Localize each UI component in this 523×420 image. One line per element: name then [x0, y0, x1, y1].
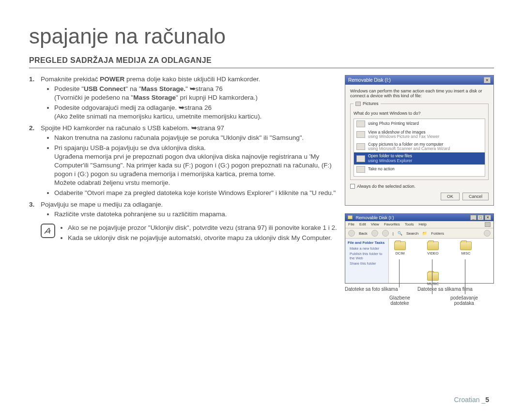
dialog-question: What do you want Windows to do? [354, 111, 485, 116]
callouts: Datoteke sa foto slikama Datoteke sa sli… [345, 284, 494, 317]
views-icon[interactable] [484, 230, 491, 237]
folders-label[interactable]: Folders [431, 231, 444, 236]
callout-misc-1: podešavanje [450, 295, 478, 300]
dialog-title: Removable Disk (I:) [348, 77, 391, 83]
maximize-icon[interactable]: □ [477, 215, 484, 220]
note-2: Kada se uklonjiv disk ne pojavljuje auto… [68, 234, 337, 242]
callout-music-2: datoteke [390, 300, 409, 306]
checkbox-icon[interactable] [350, 184, 355, 189]
autoplay-dialog: Removable Disk (I:) ✕ Windows can perfor… [345, 75, 494, 206]
close-icon[interactable]: ✕ [484, 77, 491, 83]
step-1: 1. Pomaknite prekidač POWER prema dolje … [29, 75, 339, 121]
ok-button[interactable]: OK [441, 193, 460, 200]
note-icon [41, 224, 55, 238]
section-heading: PREGLED SADRŽAJA MEDIJA ZA ODLAGANJE [29, 56, 494, 68]
forward-icon[interactable] [371, 230, 378, 237]
camera-icon [356, 143, 365, 150]
page-footer: Croatian _5 [454, 396, 489, 404]
back-label: Back [359, 231, 368, 236]
folder-icon [427, 241, 439, 250]
folder-view[interactable]: DCIM VIDEO MISC MUSIC [389, 239, 493, 283]
menu-edit[interactable]: Edit [359, 222, 366, 227]
step-2-bullet-2: Pri spajanju USB-a pojavljuju se dva ukl… [54, 144, 339, 188]
step-2: 2. Spojite HD kamkorder na računalo s US… [29, 124, 339, 197]
slideshow-icon [356, 131, 365, 138]
menu-favorites[interactable]: Favorites [384, 222, 400, 227]
checkbox-label: Always do the selected action. [357, 184, 415, 189]
step-2-bullet-3: Odaberite "Otvori mape za pregled datote… [54, 189, 339, 197]
always-checkbox-row[interactable]: Always do the selected action. [350, 184, 489, 189]
note-1: Ako se ne pojavljuje prozor "Uklonjiv di… [68, 224, 337, 232]
step-number: 2. [29, 124, 34, 133]
task-share[interactable]: Share this folder [350, 261, 386, 266]
task-publish[interactable]: Publish this folder to the Web [350, 252, 386, 260]
folder-icon [460, 241, 472, 250]
callout-misc-2: podataka [454, 300, 474, 306]
step-1-bullet-1: Podesite "USB Connect" na "Mass Storage.… [54, 85, 339, 102]
drive-icon [348, 215, 353, 219]
folder-video[interactable]: VIDEO [425, 241, 441, 255]
tasks-heading: File and Folder Tasks [348, 240, 386, 245]
step-number: 3. [29, 200, 34, 209]
callout-film: Datoteke sa slikama filma [417, 286, 473, 292]
tasks-pane: File and Folder Tasks Make a new folder … [345, 239, 389, 283]
option-open-folder[interactable]: Open folder to view filesusing Windows E… [354, 152, 485, 165]
pictures-icon [355, 102, 361, 106]
search-label[interactable]: Search [406, 231, 418, 236]
step-number: 1. [29, 75, 34, 84]
note-block: Ako se ne pojavljuje prozor "Uklonjiv di… [29, 223, 339, 243]
page-title: spajanje na računalo [29, 24, 494, 48]
task-new-folder[interactable]: Make a new folder [350, 246, 386, 251]
menu-tools[interactable]: Tools [405, 222, 414, 227]
cancel-button[interactable]: Cancel [462, 193, 489, 200]
step-2-bullet-1: Nakon trenutna na zaslonu računala pojav… [54, 134, 339, 142]
cancel-icon [356, 166, 365, 173]
menu-help[interactable]: Help [418, 222, 426, 227]
back-icon[interactable] [348, 230, 355, 237]
option-photo-wizard[interactable]: using Photo Printing Wizard [354, 119, 485, 129]
callout-music-1: Glazbene [389, 295, 410, 300]
folder-icon [427, 272, 439, 281]
windows-flag-icon [485, 222, 491, 227]
callout-photo: Datoteke sa foto slikama [345, 286, 398, 292]
folder-misc[interactable]: MISC [458, 241, 474, 255]
step-3-bullet-1: Različite vrste datoteka pohranjene su u… [54, 210, 339, 219]
dialog-prompt: Windows can perform the same action each… [350, 89, 489, 98]
instructions-column: 1. Pomaknite prekidač POWER prema dolje … [29, 75, 339, 317]
menu-bar[interactable]: File Edit View Favorites Tools Help [345, 221, 493, 228]
up-icon[interactable] [382, 230, 389, 237]
toolbar[interactable]: Back | 🔍Search 📁Folders [345, 228, 493, 239]
step-1-bullet-2: Podesite odgovarajući medij za odlaganje… [54, 104, 339, 121]
option-no-action[interactable]: Take no action [354, 165, 485, 174]
menu-view[interactable]: View [371, 222, 379, 227]
menu-file[interactable]: File [348, 222, 354, 227]
minimize-icon[interactable]: _ [470, 215, 477, 220]
step-3: 3. Pojavljuju se mape u mediju za odlaga… [29, 200, 339, 219]
option-slideshow[interactable]: View a slideshow of the imagesusing Wind… [354, 129, 485, 141]
dialog-legend: Pictures [354, 101, 381, 106]
folder-icon [356, 155, 365, 162]
printer-icon [356, 120, 365, 127]
option-copy-pictures[interactable]: Copy pictures to a folder on my computer… [354, 141, 485, 153]
explorer-window: Removable Disk (I:) _ □ ✕ File Edit View… [345, 213, 494, 284]
folder-icon [394, 241, 406, 250]
explorer-title: Removable Disk (I:) [348, 215, 394, 220]
close-icon[interactable]: ✕ [485, 215, 491, 220]
option-list[interactable]: using Photo Printing Wizard View a slide… [354, 119, 485, 177]
folder-dcim[interactable]: DCIM [392, 241, 408, 255]
